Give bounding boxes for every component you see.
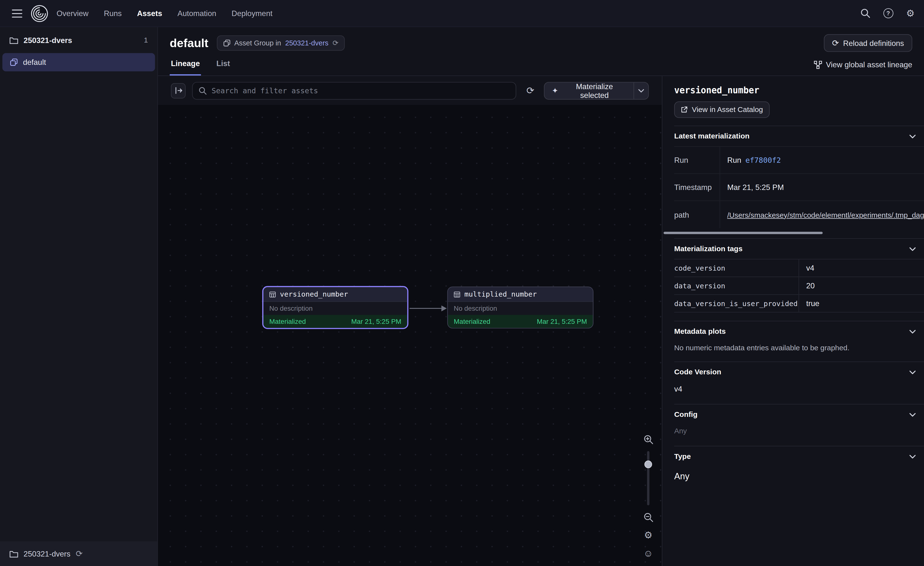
row-key: Run	[674, 147, 720, 173]
sidebar-group-label: 250321-dvers	[24, 36, 72, 44]
asset-search-box	[192, 81, 516, 99]
materialize-dropdown-chevron-icon[interactable]	[634, 82, 648, 99]
topnav-actions: ? ⚙	[860, 8, 915, 18]
asset-node-versioned-number[interactable]: versioned_number No description Material…	[262, 286, 408, 329]
zoom-out-icon[interactable]	[642, 510, 654, 524]
top-nav: Overview Runs Assets Automation Deployme…	[0, 0, 924, 27]
asset-details-panel: versioned_number View in Asset Catalog L…	[662, 76, 924, 566]
sidebar-item-default[interactable]: default	[2, 53, 155, 71]
search-icon	[199, 86, 207, 95]
config-value: Any	[674, 427, 924, 435]
table-row: data_version 20	[674, 277, 924, 295]
panel-expand-icon[interactable]	[171, 83, 186, 98]
nav-automation[interactable]: Automation	[177, 9, 216, 18]
reload-definitions-button[interactable]: ⟳ Reload definitions	[824, 34, 912, 52]
content-area: default Asset Group in 250321-dvers ⟳ ⟳ …	[158, 27, 924, 566]
asset-node-description: No description	[263, 302, 407, 315]
table-row: path /Users/smackesey/stm/code/elementl/…	[674, 201, 924, 228]
sidebar-group-row[interactable]: 250321-dvers 1	[0, 27, 158, 53]
section-heading: Latest materialization	[674, 132, 750, 140]
asset-node-status: Materialized Mar 21, 5:25 PM	[263, 315, 407, 328]
asset-node-multiplied-number[interactable]: multiplied_number No description Materia…	[447, 287, 593, 328]
badge-group-link[interactable]: 250321-dvers	[285, 39, 328, 47]
nav-overview[interactable]: Overview	[57, 9, 88, 18]
row-value: Runef7800f2	[720, 156, 924, 164]
materialize-selected-button[interactable]: ✦ Materialize selected	[545, 82, 634, 99]
zoom-slider-handle[interactable]	[644, 461, 652, 468]
nav-runs[interactable]: Runs	[104, 9, 122, 18]
section-metadata-plots: Metadata plots No numeric metadata entri…	[674, 321, 924, 361]
asset-node-name: versioned_number	[280, 290, 348, 298]
section-heading: Type	[674, 452, 691, 461]
nav-assets[interactable]: Assets	[137, 9, 162, 18]
sidebar-group-count: 1	[144, 36, 148, 44]
content-header: default Asset Group in 250321-dvers ⟳ ⟳ …	[158, 27, 924, 76]
table-row: Run Runef7800f2	[674, 147, 924, 174]
section-code-version: Code Version v4	[674, 361, 924, 404]
row-key: Timestamp	[674, 174, 720, 200]
external-link-icon	[681, 106, 688, 113]
code-version-value: v4	[674, 385, 924, 393]
chevron-down-icon[interactable]	[909, 247, 916, 251]
chevron-down-icon[interactable]	[909, 330, 916, 334]
chevron-down-icon[interactable]	[909, 454, 916, 458]
tag-value: true	[799, 299, 924, 308]
materialized-timestamp: Mar 21, 5:25 PM	[351, 318, 401, 325]
badge-prefix: Asset Group in	[234, 39, 281, 47]
materialized-label: Materialized	[269, 318, 306, 325]
run-link[interactable]: ef7800f2	[746, 156, 781, 164]
hamburger-menu-icon[interactable]	[9, 6, 25, 21]
section-heading: Code Version	[674, 368, 721, 376]
search-icon[interactable]	[860, 8, 870, 18]
tag-key: data_version_is_user_provided	[674, 295, 799, 312]
canvas-settings-gear-icon[interactable]: ⚙	[642, 529, 654, 542]
table-icon	[269, 291, 276, 298]
zoom-in-icon[interactable]	[642, 433, 654, 446]
row-key: path	[674, 201, 720, 228]
section-type: Type Any	[674, 446, 924, 493]
help-icon[interactable]: ?	[883, 8, 893, 18]
section-heading: Metadata plots	[674, 327, 726, 336]
chevron-down-icon[interactable]	[909, 412, 916, 417]
table-icon	[454, 291, 460, 298]
lineage-canvas[interactable]: versioned_number No description Material…	[158, 105, 662, 566]
lineage-toolbar: ⟳ ✦ Materialize selected	[158, 76, 662, 105]
asset-node-status: Materialized Mar 21, 5:25 PM	[448, 315, 593, 328]
lineage-edge	[410, 303, 447, 314]
asset-node-name: multiplied_number	[464, 290, 537, 298]
asset-search-input[interactable]	[212, 86, 510, 95]
asset-group-icon	[10, 58, 18, 66]
refresh-icon[interactable]: ⟳	[523, 83, 538, 98]
row-value: Mar 21, 5:25 PM	[720, 183, 924, 191]
view-in-asset-catalog-button[interactable]: View in Asset Catalog	[674, 102, 770, 118]
horizontal-scrollbar[interactable]	[663, 232, 822, 234]
tab-list[interactable]: List	[215, 59, 231, 75]
zoom-slider[interactable]	[642, 451, 654, 505]
path-link[interactable]: /Users/smackesey/stm/code/elementl/exper…	[727, 211, 924, 219]
table-row: code_version v4	[674, 259, 924, 277]
table-row: Timestamp Mar 21, 5:25 PM	[674, 174, 924, 201]
nav-deployment[interactable]: Deployment	[232, 9, 272, 18]
section-latest-materialization: Latest materialization Run Runef7800f2	[674, 126, 924, 238]
zoom-controls: ⚙ ☺	[642, 433, 654, 560]
zoom-slider-track	[647, 451, 650, 505]
row-value: /Users/smackesey/stm/code/elementl/exper…	[720, 210, 924, 219]
section-materialization-tags: Materialization tags code_version v4	[674, 238, 924, 321]
chevron-down-icon[interactable]	[909, 370, 916, 374]
asset-details-title: versioned_number	[674, 76, 924, 95]
view-global-lineage-link[interactable]: View global asset lineage	[813, 60, 912, 75]
type-value: Any	[674, 471, 924, 481]
dagster-logo	[31, 5, 48, 22]
materialized-label: Materialized	[454, 318, 490, 325]
reload-icon: ⟳	[832, 39, 839, 47]
feedback-smiley-icon[interactable]: ☺	[642, 547, 654, 560]
tab-lineage[interactable]: Lineage	[170, 59, 201, 75]
refresh-icon[interactable]: ⟳	[333, 39, 338, 47]
chevron-down-icon[interactable]	[909, 134, 916, 138]
tag-value: 20	[799, 281, 924, 290]
section-heading: Config	[674, 410, 698, 418]
asset-group-icon	[223, 39, 230, 47]
section-heading: Materialization tags	[674, 245, 742, 253]
refresh-icon[interactable]: ⟳	[76, 549, 82, 558]
gear-icon[interactable]: ⚙	[906, 9, 915, 18]
